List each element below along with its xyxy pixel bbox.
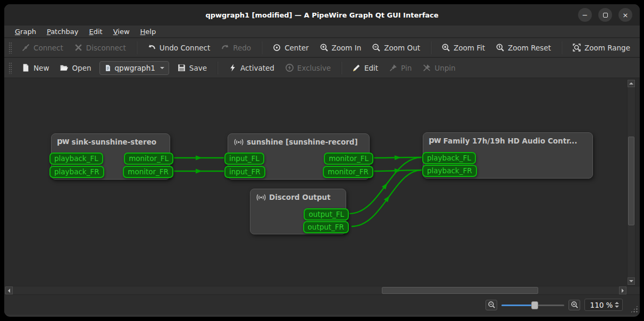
- statusbar-zoom-out-button[interactable]: [486, 300, 497, 310]
- maximize-icon: [603, 13, 608, 18]
- pin-icon: [389, 63, 398, 72]
- vertical-scrollbar[interactable]: [627, 79, 635, 285]
- node-sunshine[interactable]: sunshine [sunshine-record] input_FL inpu…: [228, 133, 370, 180]
- session-file-icon: [104, 64, 112, 72]
- port-playback_FR[interactable]: playback_FR: [422, 165, 477, 177]
- graph-canvas[interactable]: pw sink-sunshine-stereo playback_FL play…: [4, 78, 626, 286]
- port-output_FL[interactable]: output_FL: [304, 208, 349, 221]
- window-title: qpwgraph1 [modified] — A PipeWire Graph …: [205, 11, 438, 19]
- arrow-right-icon: [622, 289, 626, 293]
- port-playback_FL[interactable]: playback_FL: [49, 153, 103, 165]
- edit-pencil-icon: [352, 63, 361, 72]
- menu-graph[interactable]: Graph: [10, 27, 41, 37]
- undo-connect-button[interactable]: Undo Connect: [143, 40, 215, 55]
- exclusive-icon: [285, 63, 294, 72]
- zoom-reset-button[interactable]: Zoom Reset: [491, 40, 556, 55]
- maximize-button[interactable]: [598, 8, 612, 22]
- titlebar[interactable]: qpwgraph1 [modified] — A PipeWire Graph …: [4, 4, 640, 26]
- menu-help[interactable]: Help: [135, 27, 162, 37]
- zoom-fit-icon: [441, 43, 450, 52]
- disconnect-icon: [74, 43, 83, 52]
- node-title: sink-sunshine-stereo: [72, 138, 157, 146]
- node-title: Discord Output: [269, 193, 330, 201]
- port-monitor_FR[interactable]: monitor_FR: [123, 166, 173, 178]
- node-header[interactable]: sunshine [sunshine-record]: [228, 134, 369, 146]
- node-family-hd-audio[interactable]: pw Family 17h/19h HD Audio Contr... play…: [423, 132, 593, 179]
- scroll-down-button[interactable]: [628, 277, 635, 285]
- port-playback_FR[interactable]: playback_FR: [49, 166, 104, 178]
- zoom-range-icon: [572, 43, 581, 52]
- disconnect-button: Disconnect: [69, 40, 131, 55]
- spin-up-button[interactable]: [615, 300, 619, 304]
- port-input_FL[interactable]: input_FL: [224, 153, 264, 165]
- port-monitor_FL[interactable]: monitor_FL: [324, 153, 373, 165]
- node-sink-sunshine-stereo[interactable]: pw sink-sunshine-stereo playback_FL play…: [51, 133, 170, 180]
- save-button[interactable]: Save: [172, 61, 212, 75]
- zoom-spinbox[interactable]: [584, 299, 623, 311]
- stream-icon: [233, 138, 244, 146]
- minimize-button[interactable]: −: [578, 8, 592, 22]
- zoom-range-button[interactable]: Zoom Range: [567, 40, 635, 55]
- session-combobox[interactable]: qpwgraph1: [99, 61, 169, 75]
- pipewire-icon: pw: [57, 138, 69, 146]
- node-header[interactable]: pw sink-sunshine-stereo: [52, 134, 170, 146]
- close-button[interactable]: ×: [618, 8, 632, 22]
- zoom-value-input[interactable]: [589, 301, 614, 309]
- edit-toggle[interactable]: Edit: [347, 61, 383, 75]
- statusbar-zoom-in-button[interactable]: [568, 300, 580, 310]
- connect-button: Connect: [16, 40, 68, 55]
- node-title: Family 17h/19h HD Audio Contr...: [444, 137, 578, 145]
- toolbar-drag-handle[interactable]: [9, 42, 12, 54]
- redo-icon: [221, 43, 230, 52]
- patchbay-toolbar: New Open qpwgraph1 Save Activated Exclus…: [4, 58, 640, 78]
- slider-fill: [501, 305, 533, 306]
- horizontal-scroll-thumb[interactable]: [382, 287, 538, 294]
- port-playback_FL[interactable]: playback_FL: [422, 152, 476, 164]
- app-window: qpwgraph1 [modified] — A PipeWire Graph …: [4, 4, 640, 317]
- activated-toggle[interactable]: Activated: [223, 61, 279, 75]
- connect-icon: [21, 43, 30, 52]
- vertical-scroll-thumb[interactable]: [628, 137, 634, 225]
- spin-down-button[interactable]: [615, 306, 619, 310]
- port-monitor_FL[interactable]: monitor_FL: [124, 153, 173, 165]
- menubar: Graph Patchbay Edit View Help: [4, 26, 640, 38]
- center-button[interactable]: Center: [267, 40, 313, 55]
- minimize-icon: −: [582, 11, 588, 19]
- open-button[interactable]: Open: [55, 61, 96, 75]
- scroll-left-button[interactable]: [5, 286, 13, 294]
- pin-button: Pin: [384, 61, 416, 75]
- zoom-reset-icon: [496, 43, 505, 52]
- pipewire-icon: pw: [429, 137, 441, 145]
- chevron-down-icon: [160, 67, 164, 71]
- port-output_FR[interactable]: output_FR: [303, 221, 349, 233]
- session-name: qpwgraph1: [115, 64, 155, 72]
- canvas-area: pw sink-sunshine-stereo playback_FL play…: [4, 78, 640, 286]
- stream-icon: [256, 193, 266, 201]
- new-file-icon: [21, 63, 30, 72]
- node-header[interactable]: Discord Output: [250, 189, 346, 201]
- zoom-in-button[interactable]: Zoom In: [315, 40, 366, 55]
- menu-edit[interactable]: Edit: [84, 27, 108, 37]
- zoom-in-icon: [320, 43, 329, 52]
- resize-grip[interactable]: [630, 305, 638, 313]
- new-button[interactable]: New: [16, 61, 54, 75]
- zoom-slider[interactable]: [501, 301, 564, 309]
- zoom-fit-button[interactable]: Zoom Fit: [437, 40, 490, 55]
- toolbar-separator: [261, 41, 262, 54]
- statusbar: [4, 294, 640, 315]
- slider-handle[interactable]: [531, 301, 538, 309]
- unpin-button: Unpin: [417, 61, 460, 75]
- toolbar-drag-handle[interactable]: [9, 62, 12, 74]
- unpin-icon: [422, 63, 431, 72]
- zoom-out-button[interactable]: Zoom Out: [367, 40, 425, 55]
- horizontal-scrollbar[interactable]: [4, 286, 640, 294]
- port-input_FR[interactable]: input_FR: [224, 166, 265, 178]
- port-monitor_FR[interactable]: monitor_FR: [323, 166, 373, 178]
- scroll-right-button[interactable]: [619, 286, 626, 294]
- node-discord-output[interactable]: Discord Output output_FL output_FR: [250, 189, 346, 234]
- graph-toolbar: Connect Disconnect Undo Connect Redo Cen…: [4, 38, 640, 58]
- menu-view[interactable]: View: [108, 27, 135, 37]
- scroll-up-button[interactable]: [628, 80, 635, 87]
- menu-patchbay[interactable]: Patchbay: [41, 27, 84, 37]
- node-header[interactable]: pw Family 17h/19h HD Audio Contr...: [423, 133, 592, 145]
